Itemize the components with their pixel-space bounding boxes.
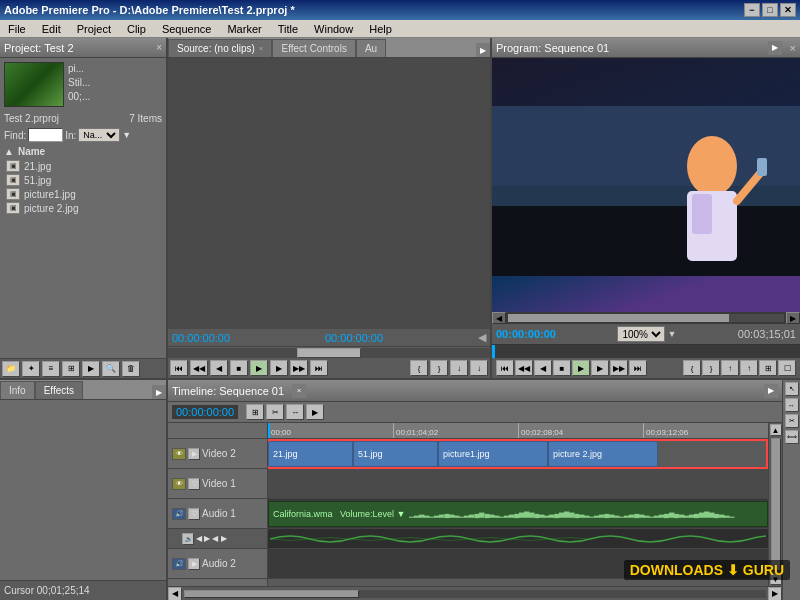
tab-effects[interactable]: Effects <box>35 381 83 399</box>
overwrite-button[interactable]: ↓ <box>470 360 488 376</box>
program-viewer-scrollbar[interactable]: ◀ ▶ <box>492 312 800 324</box>
source-scrollbar[interactable] <box>168 346 490 358</box>
program-scrubber[interactable] <box>492 344 800 358</box>
list-item[interactable]: ▣ 51.jpg <box>4 173 162 187</box>
scroll-down-btn[interactable]: ▼ <box>770 573 782 585</box>
clip-picture1jpg[interactable]: picture1.jpg <box>438 441 548 467</box>
timeline-panel-menu-btn[interactable]: × <box>292 384 306 398</box>
audio1-clip[interactable]: California.wma Volume:Level ▼ ▁▂▃▂▁▂▃▄▃▂… <box>268 501 768 527</box>
timeline-scroll-right[interactable]: ▶ <box>768 587 782 601</box>
video1-collapse-btn[interactable]: ▽ <box>188 478 200 490</box>
tab-effect-controls[interactable]: Effect Controls <box>272 39 355 57</box>
timeline-snap-btn[interactable]: ⊞ <box>246 404 264 420</box>
video1-eye-btn[interactable]: 👁 <box>172 478 186 490</box>
list-item[interactable]: ▣ picture 2.jpg <box>4 201 162 215</box>
timeline-horizontal-scrollbar[interactable]: ◀ ▶ <box>168 586 782 600</box>
scroll-up-btn[interactable]: ▲ <box>770 424 782 436</box>
menu-clip[interactable]: Clip <box>123 22 150 36</box>
timeline-razor-btn[interactable]: ✂ <box>266 404 284 420</box>
transport-next-frame[interactable]: ▶ <box>270 360 288 376</box>
zoom-select[interactable]: 100% 50% 75% <box>617 326 665 342</box>
prog-step-fwd[interactable]: ⏭ <box>629 360 647 376</box>
list-view-button[interactable]: ≡ <box>42 361 60 377</box>
list-item[interactable]: ▣ picture1.jpg <box>4 187 162 201</box>
new-item-button[interactable]: ✦ <box>22 361 40 377</box>
transport-play[interactable]: ▶ <box>250 360 268 376</box>
automate-button[interactable]: ▶ <box>82 361 100 377</box>
insert-button[interactable]: ↓ <box>450 360 468 376</box>
scroll-thumb[interactable] <box>297 348 361 358</box>
find-input[interactable] <box>28 128 63 142</box>
menu-title[interactable]: Title <box>274 22 302 36</box>
ripple-edit-btn[interactable]: ↔ <box>785 398 799 412</box>
find-button[interactable]: 🔍 <box>102 361 120 377</box>
timeline-timecode[interactable]: 00:00:00:00 <box>172 405 238 419</box>
prog-step-back[interactable]: ⏮ <box>496 360 514 376</box>
delete-button[interactable]: 🗑 <box>122 361 140 377</box>
source-in-timecode[interactable]: 00:00:00:00 <box>172 332 230 344</box>
timeline-vertical-scrollbar[interactable]: ▲ ▼ <box>768 423 782 586</box>
prog-extract[interactable]: ↑ <box>740 360 758 376</box>
tab-info[interactable]: Info <box>0 381 35 399</box>
menu-window[interactable]: Window <box>310 22 357 36</box>
razor-tool-btn[interactable]: ✂ <box>785 414 799 428</box>
prog-lift[interactable]: ↑ <box>721 360 739 376</box>
transport-prev-frame[interactable]: ◀ <box>210 360 228 376</box>
prog-next-frame[interactable]: ▶ <box>591 360 609 376</box>
menu-marker[interactable]: Marker <box>223 22 265 36</box>
prog-prev-frame[interactable]: ◀ <box>534 360 552 376</box>
project-panel-close[interactable]: × <box>156 42 162 53</box>
tab-source[interactable]: Source: (no clips) × <box>168 39 272 57</box>
prog-mark-out[interactable]: } <box>702 360 720 376</box>
prog-rewind[interactable]: ◀◀ <box>515 360 533 376</box>
clip-51jpg[interactable]: 51.jpg <box>353 441 438 467</box>
transport-rewind[interactable]: ◀◀ <box>190 360 208 376</box>
video2-eye-btn[interactable]: 👁 <box>172 448 186 460</box>
prog-multi-cam[interactable]: ☐ <box>778 360 796 376</box>
scroll-right-btn[interactable]: ▶ <box>786 312 800 324</box>
video2-lock-btn[interactable]: ▶ <box>188 448 200 460</box>
program-current-time[interactable]: 00:00:00:00 <box>496 328 556 340</box>
prog-play[interactable]: ▶ <box>572 360 590 376</box>
timeline-panel-options[interactable]: ▶ <box>764 384 778 398</box>
mark-in-button[interactable]: { <box>410 360 428 376</box>
selection-tool-btn[interactable]: ↖ <box>785 382 799 396</box>
audio1-sub-btn[interactable]: 🔊 <box>182 533 194 545</box>
transport-step-back[interactable]: ⏮ <box>170 360 188 376</box>
effects-panel-menu[interactable]: ▶ <box>152 385 166 399</box>
slip-tool-btn[interactable]: ⟺ <box>785 430 799 444</box>
transport-forward[interactable]: ▶▶ <box>290 360 308 376</box>
in-select[interactable]: Na... <box>78 128 120 142</box>
source-panel-menu[interactable]: ▶ <box>476 43 490 57</box>
timeline-select-btn[interactable]: ↔ <box>286 404 304 420</box>
new-bin-button[interactable]: 📁 <box>2 361 20 377</box>
clip-21jpg[interactable]: 21.jpg <box>268 441 353 467</box>
scroll-left-btn[interactable]: ◀ <box>492 312 506 324</box>
transport-stop[interactable]: ■ <box>230 360 248 376</box>
list-item[interactable]: ▣ 21.jpg <box>4 159 162 173</box>
audio2-eye-btn[interactable]: 🔊 <box>172 558 186 570</box>
source-out-timecode[interactable]: 00:00:00:00 <box>325 332 383 344</box>
menu-edit[interactable]: Edit <box>38 22 65 36</box>
prog-forward[interactable]: ▶▶ <box>610 360 628 376</box>
audio1-collapse-btn[interactable]: ▽ <box>188 508 200 520</box>
mark-out-button[interactable]: } <box>430 360 448 376</box>
minimize-button[interactable]: − <box>744 3 760 17</box>
menu-help[interactable]: Help <box>365 22 396 36</box>
program-panel-close[interactable]: × <box>790 42 796 54</box>
transport-step-fwd[interactable]: ⏭ <box>310 360 328 376</box>
audio1-eye-btn[interactable]: 🔊 <box>172 508 186 520</box>
clip-picture2jpg[interactable]: picture 2.jpg <box>548 441 658 467</box>
audio2-expand-btn[interactable]: ▶ <box>188 558 200 570</box>
close-button[interactable]: ✕ <box>780 3 796 17</box>
prog-mark-in[interactable]: { <box>683 360 701 376</box>
menu-file[interactable]: File <box>4 22 30 36</box>
prog-safe-margins[interactable]: ⊞ <box>759 360 777 376</box>
icon-view-button[interactable]: ⊞ <box>62 361 80 377</box>
prog-stop[interactable]: ■ <box>553 360 571 376</box>
menu-sequence[interactable]: Sequence <box>158 22 216 36</box>
maximize-button[interactable]: □ <box>762 3 778 17</box>
tab-source-close[interactable]: × <box>259 44 264 53</box>
program-panel-menu[interactable]: ▶ <box>768 41 782 55</box>
tab-audio[interactable]: Au <box>356 39 386 57</box>
